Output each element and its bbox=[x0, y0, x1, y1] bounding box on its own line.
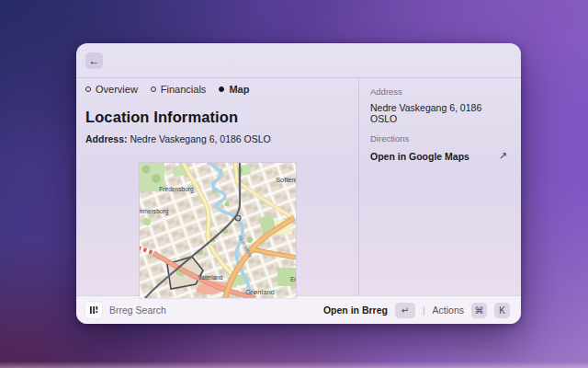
back-button[interactable]: ← bbox=[85, 52, 103, 69]
map-label-vaterland: Vaterland bbox=[198, 274, 223, 281]
footer-divider: | bbox=[423, 305, 425, 316]
command-bar: Brreg Search Open in Brreg ↵ | Actions ⌘… bbox=[76, 295, 521, 324]
address-line: Address: Nedre Vaskegang 6, 0186 OSLO bbox=[85, 133, 358, 144]
window-header: ← bbox=[76, 43, 521, 78]
main-panel: Overview Financials Map Location Informa… bbox=[76, 78, 358, 295]
app-name: Brreg Search bbox=[109, 305, 166, 316]
open-in-brreg-button[interactable]: Open in Brreg bbox=[323, 305, 388, 316]
enter-key-icon: ↵ bbox=[395, 303, 415, 318]
sidebar-address-value: Nedre Vaskegang 6, 0186 OSLO bbox=[370, 102, 507, 124]
radio-circle-icon bbox=[85, 86, 91, 92]
k-key-icon: K bbox=[494, 303, 510, 318]
tab-label: Map bbox=[229, 84, 249, 95]
tab-overview[interactable]: Overview bbox=[85, 84, 138, 95]
radio-circle-icon bbox=[151, 86, 156, 92]
detail-sidebar: Address Nedre Vaskegang 6, 0186 OSLO Dir… bbox=[358, 78, 521, 295]
address-label: Address: bbox=[85, 133, 128, 144]
sidebar-address-label: Address bbox=[370, 86, 507, 97]
tab-financials[interactable]: Financials bbox=[151, 84, 207, 95]
map-label-fredensborg: Fredensborg bbox=[159, 186, 194, 193]
map-label-sofienberg: Sofienbe bbox=[276, 176, 296, 184]
tab-bar: Overview Financials Map bbox=[85, 84, 358, 95]
cmd-key-icon: ⌘ bbox=[471, 303, 487, 318]
map-image: Fredensborg mmersborg Sofienbe Vaterland… bbox=[140, 163, 296, 298]
open-google-maps-link[interactable]: Open in Google Maps ↗ bbox=[370, 150, 507, 162]
page-title: Location Information bbox=[85, 109, 358, 126]
map-label-hammersborg: mmersborg bbox=[140, 208, 169, 215]
radio-circle-icon bbox=[219, 86, 224, 92]
brreg-logo-icon bbox=[85, 302, 102, 318]
external-link-icon: ↗ bbox=[499, 150, 507, 162]
app-window: ← Overview Financials Map bbox=[76, 43, 521, 324]
open-google-maps-label: Open in Google Maps bbox=[370, 151, 469, 162]
tab-label: Financials bbox=[161, 84, 207, 95]
actions-button[interactable]: Actions bbox=[433, 305, 464, 316]
map-label-gronland: Grønland bbox=[245, 288, 275, 296]
back-arrow-icon: ← bbox=[89, 55, 100, 66]
desktop-background: ← Overview Financials Map bbox=[0, 0, 588, 368]
tab-label: Overview bbox=[96, 84, 138, 95]
map-label-east: En bbox=[290, 276, 296, 282]
address-value: Nedre Vaskegang 6, 0186 OSLO bbox=[130, 133, 270, 144]
tab-map[interactable]: Map bbox=[219, 84, 249, 95]
sidebar-directions-label: Directions bbox=[370, 133, 507, 144]
